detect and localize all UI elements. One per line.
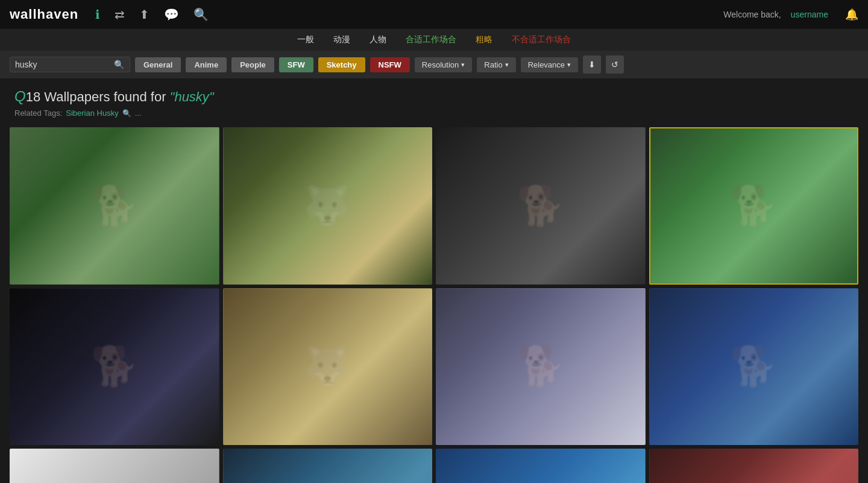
filter-nsfw-button[interactable]: NSFW xyxy=(370,57,410,72)
notification-bell-icon[interactable]: 🔔 xyxy=(845,8,858,21)
chat-icon[interactable]: 💬 xyxy=(162,5,181,24)
lang-nav-sfw[interactable]: 合适工作场合 xyxy=(406,34,456,45)
wallpaper-item[interactable]: 🐺 xyxy=(223,127,433,285)
wallpaper-item[interactable]: 🐕 xyxy=(649,288,859,446)
info-icon[interactable]: ℹ xyxy=(93,5,102,24)
shuffle-icon[interactable]: ⇄ xyxy=(112,5,127,24)
wallpaper-item[interactable]: 🐕 xyxy=(436,288,646,446)
lang-nav-general[interactable]: 一般 xyxy=(297,34,314,45)
filter-people-button[interactable]: People xyxy=(231,57,274,72)
search-submit-icon[interactable]: 🔍 xyxy=(114,60,124,69)
resolution-dropdown[interactable]: Resolution xyxy=(415,57,472,72)
search-input[interactable] xyxy=(15,60,112,69)
username[interactable]: username xyxy=(791,10,828,19)
wallpaper-grid: 🐕 🐺 🐕 🐕 🐕 🐺 🐕 🐕 xyxy=(0,122,868,483)
tag-search-icon[interactable]: 🔍 xyxy=(122,109,131,118)
result-query: "husky" xyxy=(170,89,214,104)
wallpaper-item[interactable]: 🐺 xyxy=(223,449,433,483)
related-tags: Related Tags: Siberian Husky 🔍 ... xyxy=(14,109,854,118)
results-title: Q18 Wallpapers found for "husky" xyxy=(14,88,854,105)
download-button[interactable]: ⬇ xyxy=(583,55,601,74)
wallpaper-item[interactable]: 🐕 xyxy=(10,127,219,285)
lang-nav-nsfw[interactable]: 不合适工作场合 xyxy=(512,34,571,45)
filter-general-button[interactable]: General xyxy=(135,57,181,72)
upload-icon[interactable]: ⬆ xyxy=(137,5,152,24)
site-logo[interactable]: wallhaven xyxy=(10,7,78,22)
filter-sfw-button[interactable]: SFW xyxy=(279,57,313,72)
ratio-dropdown[interactable]: Ratio xyxy=(477,57,515,72)
filter-sketchy-button[interactable]: Sketchy xyxy=(318,57,365,72)
q-letter: Q xyxy=(14,88,26,104)
search-nav-icon[interactable]: 🔍 xyxy=(191,5,211,24)
result-label: Wallpapers found for xyxy=(44,89,169,104)
lang-nav-sketchy[interactable]: 粗略 xyxy=(476,34,492,45)
wallpaper-item[interactable]: 🐕 xyxy=(10,449,219,483)
lang-nav: 一般 动漫 人物 合适工作场合 粗略 不合适工作场合 xyxy=(0,29,868,51)
result-count: 18 xyxy=(26,89,40,104)
wallpaper-item[interactable]: 🐕 xyxy=(10,288,219,446)
search-input-wrap: 🔍 xyxy=(10,57,130,72)
search-bar: 🔍 General Anime People SFW Sketchy NSFW … xyxy=(0,51,868,78)
wallpaper-item[interactable]: 🐕 xyxy=(436,127,646,285)
filter-anime-button[interactable]: Anime xyxy=(186,57,227,72)
results-header: Q18 Wallpapers found for "husky" Related… xyxy=(0,78,868,122)
related-tag-link[interactable]: Siberian Husky xyxy=(66,109,118,118)
lang-nav-people[interactable]: 人物 xyxy=(370,34,386,45)
wallpaper-item-highlighted[interactable]: 🐕 xyxy=(649,127,859,285)
wallpaper-item-alpha[interactable]: 🐕 Alpha xyxy=(649,449,859,483)
related-label: Related Tags: xyxy=(14,109,62,118)
lang-nav-anime[interactable]: 动漫 xyxy=(333,34,350,45)
wallpaper-item[interactable]: 🐺 xyxy=(223,288,433,446)
related-ellipsis: ... xyxy=(135,109,142,118)
welcome-text: Welcome back, xyxy=(723,10,781,19)
relevance-dropdown[interactable]: Relevance xyxy=(521,57,578,72)
top-nav: wallhaven ℹ ⇄ ⬆ 💬 🔍 Welcome back, userna… xyxy=(0,0,868,29)
wallpaper-item[interactable]: 🐕 xyxy=(436,449,646,483)
refresh-button[interactable]: ↺ xyxy=(606,55,624,74)
